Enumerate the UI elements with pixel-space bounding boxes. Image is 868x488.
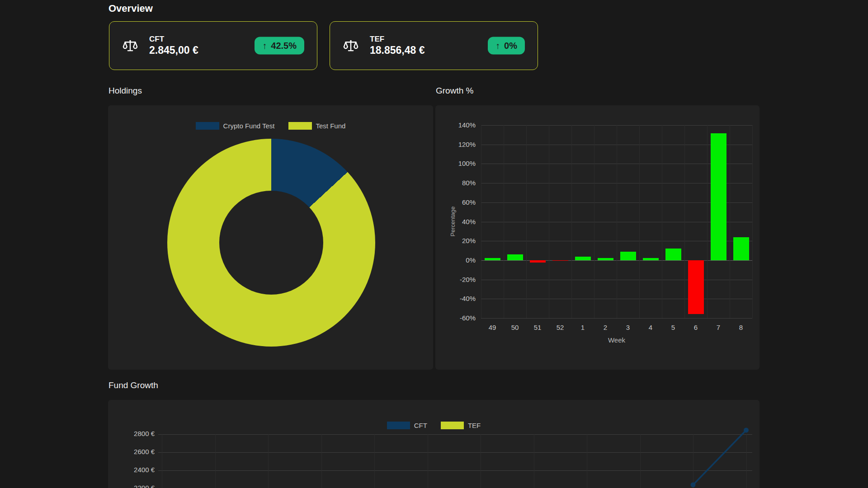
y-tick--20: -20%	[445, 276, 476, 283]
v-gridline-1	[504, 125, 504, 318]
x-tick-6: 6	[684, 324, 707, 331]
v-gridline-6	[617, 125, 617, 318]
y-tick-140: 140%	[445, 121, 476, 129]
change-percent: 0%	[504, 41, 517, 51]
up-arrow-icon: ↑	[262, 41, 267, 51]
v-gridline-10	[707, 125, 708, 318]
fund-value: 18.856,48 €	[370, 44, 425, 56]
v-gridline-12	[752, 125, 753, 318]
holdings-doughnut-chart[interactable]	[167, 139, 375, 347]
section-label-holdings: Holdings	[108, 86, 142, 96]
growth-bar-chart[interactable]	[481, 125, 752, 318]
change-percent: 42.5%	[271, 41, 297, 51]
fund-value: 2.845,00 €	[149, 44, 198, 56]
v-gridline-0	[481, 125, 481, 318]
bar-week-2[interactable]	[598, 258, 613, 260]
section-label-fund-growth: Fund Growth	[108, 380, 158, 390]
x-tick-51: 51	[526, 324, 549, 331]
y-tick-2200: 2200 €	[107, 484, 155, 488]
y-tick--40: -40%	[445, 295, 476, 302]
x-tick-4: 4	[639, 324, 662, 331]
bar-week-1[interactable]	[575, 257, 591, 260]
x-tick-52: 52	[549, 324, 571, 331]
page-title: Overview	[108, 3, 153, 14]
bar-week-51[interactable]	[530, 260, 546, 263]
h-gridline--60	[481, 318, 752, 319]
x-tick-1: 1	[571, 324, 594, 331]
bar-week-3[interactable]	[620, 252, 636, 260]
change-badge: ↑ 0%	[488, 37, 525, 55]
x-tick-8: 8	[730, 324, 752, 331]
v-gridline-4	[571, 125, 572, 318]
change-badge: ↑ 42.5%	[255, 37, 304, 55]
bar-week-7[interactable]	[711, 133, 726, 260]
v-gridline-9	[684, 125, 685, 318]
v-gridline-3	[549, 125, 549, 318]
growth-y-axis-title: Percentage	[449, 185, 457, 258]
legend-label: Crypto Fund Test	[223, 122, 275, 130]
x-tick-5: 5	[662, 324, 684, 331]
cft-line-series[interactable]	[158, 420, 752, 488]
scale-balance-icon	[343, 38, 359, 54]
y-tick-2600: 2600 €	[107, 448, 155, 455]
legend-swatch-cft	[196, 122, 219, 130]
bar-week-8[interactable]	[733, 237, 749, 260]
y-tick--60: -60%	[445, 314, 476, 322]
v-gridline-5	[594, 125, 594, 318]
y-tick-2800: 2800 €	[107, 430, 155, 437]
y-tick-2400: 2400 €	[107, 466, 155, 474]
v-gridline-8	[662, 125, 662, 318]
bar-week-50[interactable]	[507, 254, 523, 260]
bar-week-5[interactable]	[665, 249, 681, 260]
fund-symbol: TEF	[370, 35, 425, 43]
fund-card-tef[interactable]: TEF 18.856,48 € ↑ 0%	[330, 21, 538, 70]
x-tick-7: 7	[707, 324, 730, 331]
holdings-legend: Crypto Fund Test Test Fund	[108, 122, 433, 130]
doughnut-hole	[219, 191, 323, 295]
y-tick-100: 100%	[445, 160, 476, 167]
v-gridline-11	[730, 125, 730, 318]
v-gridline-7	[639, 125, 640, 318]
up-arrow-icon: ↑	[495, 41, 500, 51]
bar-week-49[interactable]	[485, 258, 500, 260]
legend-item-test-fund[interactable]: Test Fund	[288, 122, 346, 130]
legend-swatch-tef	[288, 122, 312, 130]
cft-line	[693, 430, 746, 485]
cft-data-point-0[interactable]	[691, 483, 696, 488]
scale-balance-icon	[122, 38, 138, 54]
x-tick-2: 2	[594, 324, 617, 331]
fund-symbol: CFT	[149, 35, 198, 43]
v-gridline-2	[526, 125, 527, 318]
x-tick-49: 49	[481, 324, 504, 331]
fund-card-cft[interactable]: CFT 2.845,00 € ↑ 42.5%	[109, 21, 317, 70]
x-tick-50: 50	[504, 324, 526, 331]
legend-label: Test Fund	[316, 122, 346, 130]
dashboard-page: Overview CFT 2.845,00 € ↑ 42.5%	[0, 0, 868, 488]
bar-week-6[interactable]	[688, 260, 704, 314]
y-tick-120: 120%	[445, 141, 476, 148]
holdings-panel: Crypto Fund Test Test Fund	[108, 105, 433, 370]
section-label-growth: Growth %	[436, 86, 473, 96]
growth-x-axis-title: Week	[481, 336, 752, 344]
cft-data-point-1[interactable]	[744, 428, 749, 433]
bar-week-4[interactable]	[643, 258, 659, 260]
bar-week-52[interactable]	[552, 260, 568, 261]
legend-item-crypto-fund-test[interactable]: Crypto Fund Test	[196, 122, 275, 130]
x-tick-3: 3	[617, 324, 639, 331]
